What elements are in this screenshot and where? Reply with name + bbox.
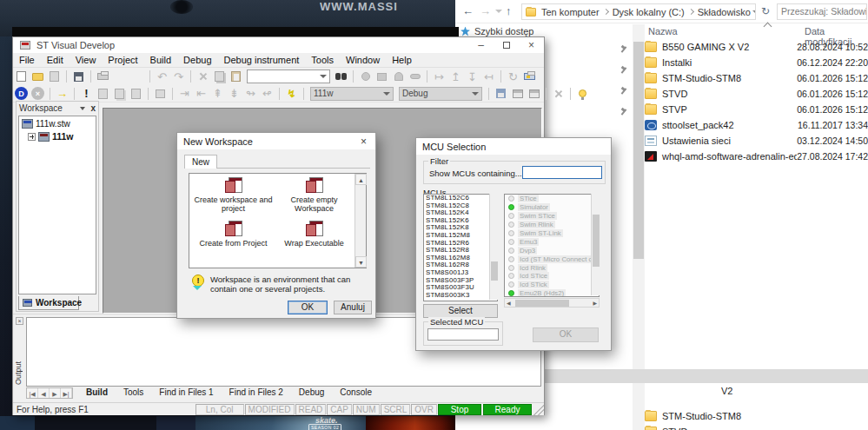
selected-mcu-input[interactable] xyxy=(427,328,499,341)
stvd-title-bar[interactable]: ST Visual Develop – × xyxy=(13,37,544,53)
redo-icon[interactable]: ↷ xyxy=(171,70,186,83)
rebuild-icon[interactable] xyxy=(112,87,127,100)
forward-icon[interactable]: → xyxy=(480,4,491,17)
mcu-list-scrollbar[interactable] xyxy=(489,194,498,300)
print-icon[interactable] xyxy=(96,70,110,83)
output-tab[interactable]: Tools xyxy=(114,387,153,397)
history-dropdown-icon[interactable] xyxy=(495,10,502,13)
emulator-item[interactable]: STice xyxy=(505,195,599,203)
tab-next-icon[interactable]: ▶ xyxy=(50,388,61,398)
tip-of-day-icon[interactable] xyxy=(575,87,590,100)
run-icon[interactable]: → xyxy=(55,87,70,100)
sort-ascending-icon[interactable] xyxy=(764,23,772,31)
tree-item-project[interactable]: 111w xyxy=(28,131,96,142)
output-tab[interactable]: Build xyxy=(76,387,117,397)
cut-icon[interactable] xyxy=(195,70,210,83)
file-row[interactable]: STM-Studio-STM8 xyxy=(645,408,868,424)
panel-close-icon[interactable]: x xyxy=(90,103,96,113)
list-scrollbar[interactable]: ▲ ▼ xyxy=(354,174,366,268)
combo-dropdown-icon[interactable] xyxy=(472,92,479,96)
scroll-left-icon[interactable]: ◀ xyxy=(507,300,511,308)
file-row[interactable]: STVD 06.01.2026 15:12 xyxy=(645,86,868,102)
find-combo[interactable] xyxy=(247,69,330,83)
file-row[interactable]: Ustawienia sieci 03.12.2024 14:50 xyxy=(645,133,868,149)
file-row[interactable]: STM-Studio-STM8 06.01.2026 15:12 xyxy=(645,70,868,86)
configuration-combo[interactable]: Debug xyxy=(399,87,482,101)
emulator-item[interactable]: Icd (ST Micro Connect or DV xyxy=(505,255,599,263)
stop-build-icon[interactable] xyxy=(129,87,143,100)
step-over-icon[interactable]: ⇥ xyxy=(177,87,192,100)
breadcrumb-item[interactable]: Dysk lokalny (C:) xyxy=(611,7,686,17)
tab-new[interactable]: New xyxy=(184,155,217,169)
emulator-item[interactable]: Swim ST-Link xyxy=(505,229,599,238)
print-setup-icon[interactable] xyxy=(522,70,537,83)
file-row[interactable]: B550 GAMING X V2 28.08.2024 10:52 xyxy=(645,39,868,55)
combo-dropdown-icon[interactable] xyxy=(320,75,327,78)
close-icon[interactable]: × xyxy=(358,136,369,148)
bookmark-icon[interactable] xyxy=(374,70,389,83)
emulator-list-scrollbar[interactable] xyxy=(591,194,600,295)
select-button[interactable]: Select xyxy=(423,304,498,318)
stop-debug-icon[interactable]: × xyxy=(30,87,45,100)
menu-item[interactable]: Project xyxy=(102,53,143,67)
open-icon[interactable] xyxy=(30,70,45,83)
workspace-panel-header[interactable]: Workspace x xyxy=(17,102,98,115)
breadcrumb-item[interactable]: Składowisko xyxy=(696,7,752,17)
emulator-item[interactable]: Emu2B (Hds2) xyxy=(505,289,599,297)
scroll-right-icon[interactable]: ▶ xyxy=(593,300,597,308)
emulator-item[interactable]: Icd STick xyxy=(505,281,599,289)
workspace-tab[interactable]: Workspace xyxy=(18,296,79,310)
step-out-icon[interactable]: ⇤ xyxy=(194,87,209,100)
mcu-filter-input[interactable] xyxy=(522,166,602,179)
start-debug-icon[interactable]: D xyxy=(14,87,29,100)
emulator-hscrollbar[interactable]: ◀ ▶ xyxy=(504,298,600,308)
menu-item[interactable]: Window xyxy=(340,53,386,67)
output-tab[interactable]: Debug xyxy=(289,387,334,397)
panel-menu-icon[interactable] xyxy=(80,107,85,110)
address-bar[interactable]: Ten komputer Dysk lokalny (C:) Składowis… xyxy=(521,3,756,20)
undo-icon[interactable]: ↶ xyxy=(155,70,169,83)
build-icon[interactable]: ! xyxy=(79,87,94,100)
emulator-item[interactable]: Icd Rlink xyxy=(505,263,599,272)
workspace-view-icon[interactable] xyxy=(494,87,508,100)
step-into-icon[interactable] xyxy=(153,87,168,100)
minimize-button[interactable]: – xyxy=(468,37,494,53)
file-row[interactable]: Instalki 06.12.2024 22:20 xyxy=(645,55,868,70)
step-instruction-icon[interactable]: ⇟ xyxy=(227,87,242,100)
file-row[interactable]: STVP 06.01.2026 15:12 xyxy=(645,102,868,117)
scroll-up-icon[interactable]: ▲ xyxy=(355,174,367,185)
find-in-files-icon[interactable] xyxy=(334,70,348,83)
emulator-item[interactable]: Emu3 xyxy=(505,237,599,246)
paste-icon[interactable] xyxy=(229,70,243,83)
goto-icon[interactable]: ↦ xyxy=(432,70,447,83)
copy-icon[interactable] xyxy=(212,70,227,83)
maximize-button[interactable] xyxy=(494,37,519,53)
menu-item[interactable]: Tools xyxy=(305,53,340,67)
workspace-type-item[interactable]: Create workspace and project xyxy=(193,177,274,214)
output-tab[interactable]: Find in Files 2 xyxy=(220,387,293,397)
menu-item[interactable]: Debug instrument xyxy=(218,53,306,67)
continue-icon[interactable]: ↬ xyxy=(243,87,258,100)
tree-expander-icon[interactable] xyxy=(28,133,36,141)
menu-item[interactable]: Debug xyxy=(177,53,217,67)
emulator-item[interactable]: Icd STice xyxy=(505,272,599,281)
mcu-list-item[interactable]: STM8S003K3 xyxy=(424,292,497,300)
goto-prev-icon[interactable]: ↧ xyxy=(465,70,480,83)
refresh-icon[interactable]: ↻ xyxy=(761,5,770,17)
emulator-item[interactable]: Simulator xyxy=(505,203,599,212)
emulator-item[interactable]: Swim STice xyxy=(505,212,599,221)
file-row[interactable]: STVD xyxy=(645,424,868,430)
breadcrumb-item[interactable]: Ten komputer xyxy=(540,7,601,17)
address-dropdown-icon[interactable] xyxy=(752,10,756,14)
workspace-type-item[interactable]: Wrap Executable xyxy=(274,221,354,248)
compile-icon[interactable] xyxy=(96,87,110,100)
run-to-cursor-icon[interactable]: ⇞ xyxy=(210,87,225,100)
find-prev-icon[interactable] xyxy=(407,70,422,83)
window-refresh-icon[interactable]: ↻ xyxy=(506,70,520,83)
dialog-title-bar[interactable]: New Workspace × xyxy=(177,133,375,149)
reset-chip-icon[interactable]: ↯ xyxy=(284,87,299,100)
resize-grip[interactable] xyxy=(533,404,544,415)
find-icon[interactable] xyxy=(358,70,373,83)
tab-prev-icon[interactable]: ◀ xyxy=(38,388,50,398)
scrollbar-thumb[interactable] xyxy=(515,300,569,307)
